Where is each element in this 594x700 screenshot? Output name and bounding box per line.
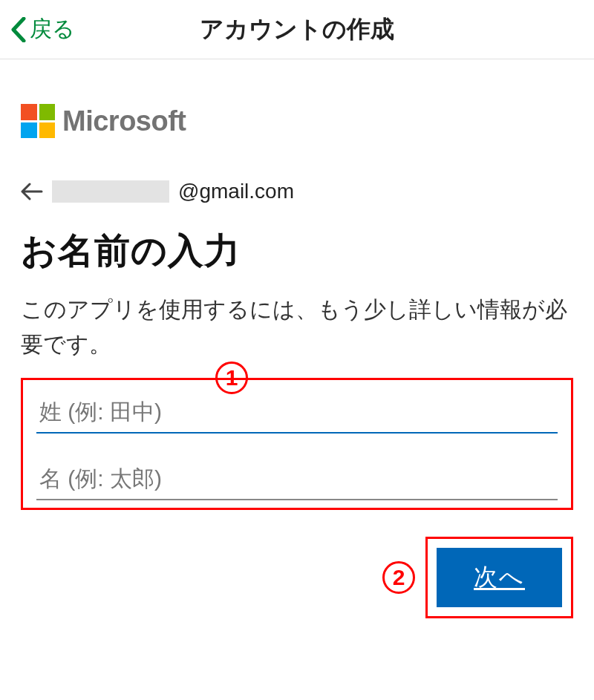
page-description: このアプリを使用するには、もう少し詳しい情報が必要です。: [21, 292, 573, 362]
first-name-field: [36, 454, 558, 500]
microsoft-logo-icon: [21, 104, 55, 138]
content-area: Microsoft @gmail.com お名前の入力 このアプリを使用するには…: [0, 104, 594, 618]
chevron-left-icon: [10, 17, 27, 42]
name-input-group: [21, 378, 573, 510]
email-domain: @gmail.com: [178, 180, 294, 203]
last-name-input[interactable]: [36, 387, 558, 434]
microsoft-brand-text: Microsoft: [62, 105, 186, 137]
first-name-input[interactable]: [36, 454, 558, 500]
top-bar: 戻る アカウントの作成: [0, 0, 594, 59]
next-button-highlight: 次へ: [425, 537, 573, 618]
email-back-row[interactable]: @gmail.com: [21, 180, 573, 203]
next-button[interactable]: 次へ: [437, 548, 562, 607]
arrow-left-icon: [21, 183, 43, 200]
action-row: 2 次へ: [21, 537, 573, 618]
microsoft-brand-row: Microsoft: [21, 104, 573, 138]
back-button[interactable]: 戻る: [0, 14, 75, 45]
annotation-2: 2: [382, 561, 415, 594]
page-heading: お名前の入力: [21, 227, 573, 275]
email-local-redacted: [52, 180, 169, 203]
last-name-field: [36, 387, 558, 434]
back-label: 戻る: [30, 14, 75, 45]
page-topbar-title: アカウントの作成: [0, 13, 594, 46]
